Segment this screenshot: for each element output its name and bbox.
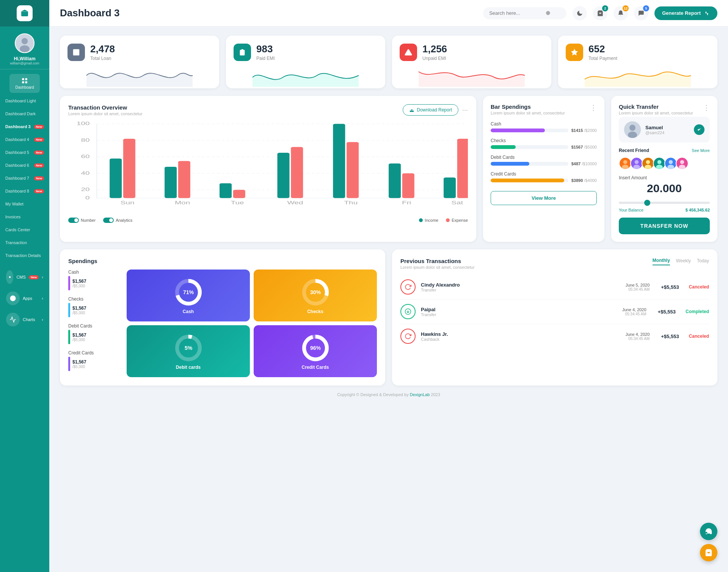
tx-paipal-status: Completed [686, 309, 709, 314]
dashboard-nav-button[interactable]: Dashboard [9, 74, 40, 93]
see-more-link[interactable]: See More [692, 148, 710, 153]
sidebar-username: Hi,William [14, 56, 35, 61]
transaction-item-cindy: Cindy Alexandro Transfer June 5, 2020 05… [400, 275, 709, 299]
footer-year: 2023 [431, 392, 440, 397]
transaction-item-paipal: Paipal Transfer June 4, 2020 05:34:45 AM… [400, 299, 709, 324]
fab-cart[interactable] [700, 544, 717, 561]
transaction-more-button[interactable]: ··· [462, 106, 468, 114]
tx-cindy-date: June 5, 2020 [626, 283, 650, 287]
amount-slider[interactable] [619, 202, 710, 204]
arrow-down-icon [405, 308, 411, 315]
transaction-overview-card: Transaction Overview Lorem ipsum dolor s… [60, 96, 476, 242]
friend-avatar-3[interactable] [642, 157, 654, 170]
expense-dot [446, 218, 450, 222]
quick-transfer-more-button[interactable]: ⋮ [703, 103, 710, 112]
sidebar-item-dashboard-dark[interactable]: Dashboard Dark [0, 107, 49, 120]
svg-point-45 [629, 125, 635, 131]
cart-badge: 2 [602, 5, 608, 11]
tx-hawkins-type: Cashback [421, 337, 448, 342]
svg-rect-3 [22, 78, 24, 80]
friend-avatar-2[interactable] [630, 157, 643, 170]
transfer-now-button[interactable]: TRANSFER NOW [619, 218, 710, 234]
sidebar-item-dashboard3[interactable]: Dashboard 3 New [0, 120, 49, 133]
svg-rect-43 [457, 139, 468, 198]
insert-amount-label: Insert Amount [619, 175, 710, 180]
sidebar-item-transaction-details[interactable]: Transaction Details [0, 249, 49, 262]
svg-rect-38 [333, 124, 345, 198]
debit-bar-fill [491, 162, 529, 166]
friend-avatar-5[interactable] [664, 157, 677, 170]
unpaid-emi-value: 1,256 [422, 43, 447, 55]
svg-point-63 [680, 160, 684, 164]
friend-avatar-6[interactable] [676, 157, 689, 170]
credit-amount: $1,567 [72, 359, 86, 365]
notification-button[interactable]: 12 [613, 6, 628, 20]
tx-paipal-name: Paipal [421, 307, 436, 312]
sidebar-item-cms[interactable]: CMS New › [6, 266, 43, 288]
sidebar-item-cards-center[interactable]: Cards Center [0, 223, 49, 236]
sidebar-item-invoices[interactable]: Invoices [0, 210, 49, 223]
sidebar-item-dashboard5[interactable]: Dashboard 5 New [0, 146, 49, 159]
bar-chart-container: 100 80 60 40 20 0 Sun Mon Tue Wed Thu Fr… [68, 120, 468, 215]
friend-avatar-1[interactable] [619, 157, 632, 170]
checks-total: /$5,000 [72, 311, 86, 315]
view-more-button[interactable]: View More [491, 191, 597, 205]
sidebar-item-dashboard4[interactable]: Dashboard 4 New [0, 133, 49, 146]
svg-rect-4 [25, 78, 27, 80]
sidebar-item-my-wallet[interactable]: My Wallet [0, 197, 49, 210]
footer-brand[interactable]: DexignLab [410, 392, 430, 397]
quick-transfer-subtitle: Lorem ipsum dolor sit amet, consectetur [619, 111, 693, 115]
tab-monthly[interactable]: Monthly [653, 258, 670, 265]
theme-toggle-button[interactable] [573, 6, 587, 20]
generate-report-button[interactable]: Generate Report [654, 6, 717, 20]
svg-rect-40 [389, 163, 401, 198]
search-input[interactable] [489, 10, 542, 16]
badge-new: New [34, 125, 44, 129]
topbar: Dashboard 3 2 12 5 Generate Report [49, 0, 728, 27]
number-toggle[interactable] [68, 218, 79, 223]
analytics-toggle[interactable] [103, 218, 114, 223]
sidebar-item-dashboard-light[interactable]: Dashboard Light [0, 94, 49, 107]
recent-friend-title: Recent Friend [619, 148, 649, 153]
svg-rect-35 [233, 190, 245, 198]
tab-today[interactable]: Today [697, 258, 709, 265]
total-loan-icon [67, 44, 85, 61]
fab-support[interactable] [700, 523, 717, 540]
bar-spendings-more-button[interactable]: ⋮ [590, 103, 597, 112]
sidebar-item-apps[interactable]: Apps › [6, 288, 43, 309]
sidebar-item-dashboard7[interactable]: Dashboard 7 New [0, 172, 49, 185]
legend-analytics: Analytics [103, 218, 132, 223]
sidebar-item-dashboard8[interactable]: Dashboard 8 New [0, 185, 49, 197]
balance-label: Your Balance [619, 208, 643, 212]
sidebar-item-charts[interactable]: Charts › [6, 309, 43, 330]
previous-transactions-card: Previous Transactions Lorem ipsum dolor … [392, 249, 717, 386]
recipient-avatar [624, 121, 641, 138]
spendings-content: Cash $1,567 /$5,000 Checks [68, 270, 377, 377]
sidebar-item-dashboard6[interactable]: Dashboard 6 New [0, 159, 49, 172]
notification-badge: 12 [623, 5, 629, 11]
chat-button[interactable]: 5 [634, 6, 648, 20]
download-icon [409, 107, 414, 113]
sidebar-email: william@gmail.com [10, 61, 39, 65]
svg-text:40: 40 [81, 171, 89, 176]
sidebar-item-transaction[interactable]: Transaction [0, 236, 49, 249]
transaction-overview-subtitle: Lorem ipsum dolor sit amet, consectetur [68, 111, 143, 116]
svg-text:Wed: Wed [287, 200, 303, 205]
unpaid-emi-label: Unpaid EMI [422, 56, 447, 61]
svg-rect-34 [220, 183, 232, 198]
search-icon [545, 10, 551, 16]
download-report-button[interactable]: Download Report [403, 104, 458, 116]
svg-text:20: 20 [81, 187, 89, 192]
svg-point-51 [635, 160, 639, 164]
cart-button[interactable]: 2 [593, 6, 607, 20]
friend-avatar-4[interactable] [653, 157, 666, 170]
transaction-overview-title: Transaction Overview [68, 104, 143, 111]
spending-item-checks: Checks $1567 /$5000 [491, 138, 597, 149]
spendings-title: Spendings [68, 258, 377, 264]
svg-rect-6 [25, 81, 27, 83]
cash-total: /$5,000 [72, 284, 86, 288]
tx-cindy-time: 05:34:45 AM [626, 287, 650, 291]
cash-bar-fill [491, 129, 545, 132]
svg-rect-37 [291, 147, 303, 198]
tab-weekly[interactable]: Weekly [676, 258, 691, 265]
